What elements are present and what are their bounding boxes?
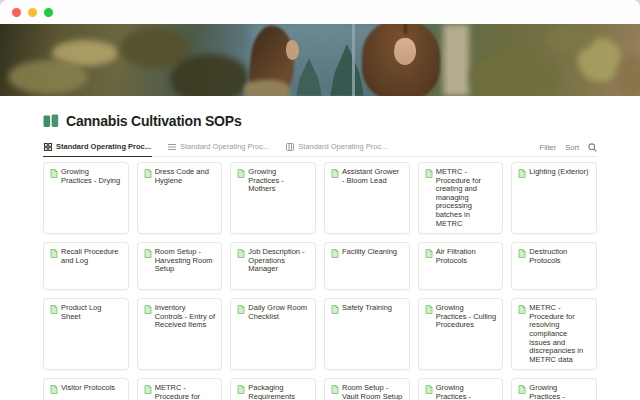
minimize-button[interactable] <box>28 8 37 17</box>
gallery-card[interactable]: Visitor Protocols <box>43 378 129 400</box>
green-page-icon <box>237 385 245 394</box>
card-title: Growing Practices - Handling <box>529 384 590 400</box>
card-title: Dress Code and Hygiene <box>155 168 216 185</box>
gallery-card[interactable]: Room Setup - Harvesting Room Setup <box>137 242 223 290</box>
green-page-icon <box>425 385 433 394</box>
search-icon[interactable] <box>588 143 597 152</box>
gallery-card[interactable]: Safety Training <box>324 298 410 370</box>
green-books-icon <box>43 114 59 128</box>
card-title: Product Log Sheet <box>61 304 122 321</box>
green-page-icon <box>50 385 58 394</box>
gallery-view-icon <box>44 143 52 151</box>
gallery-card[interactable]: Assistant Grower - Bloom Lead <box>324 162 410 234</box>
gallery-card[interactable]: Growing Practices - Culling Procedures <box>418 298 504 370</box>
gallery-card[interactable]: Product Log Sheet <box>43 298 129 370</box>
gallery-grid: Growing Practices - DryingDress Code and… <box>43 162 597 400</box>
sort-button[interactable]: Sort <box>565 143 579 152</box>
green-page-icon <box>331 385 339 394</box>
card-title: Job Description - Operations Manager <box>248 248 309 274</box>
green-page-icon <box>518 385 526 394</box>
cover-art-layer <box>244 80 290 96</box>
green-page-icon <box>237 169 245 178</box>
tab-label: Standard Operating Proc... <box>298 142 387 151</box>
card-title: Growing Practices - Drying <box>61 168 122 185</box>
green-page-icon <box>144 249 152 258</box>
tab-list-view[interactable]: Standard Operating Proc... <box>167 139 270 156</box>
gallery-card[interactable]: METRC - Procedure for creating and manag… <box>418 162 504 234</box>
gallery-card[interactable]: Growing Practices - Handling <box>511 378 597 400</box>
gallery-card[interactable]: Packaging Requirements <box>230 378 316 400</box>
filter-button[interactable]: Filter <box>540 143 557 152</box>
card-title: Safety Training <box>342 304 392 313</box>
gallery-card[interactable]: Inventory Controls - Entry of Received I… <box>137 298 223 370</box>
green-page-icon <box>331 305 339 314</box>
tab-label: Standard Operating Proc... <box>56 142 151 151</box>
cover-art-layer <box>470 52 560 96</box>
green-page-icon <box>425 305 433 314</box>
list-view-icon <box>168 143 176 151</box>
cover-art-layer <box>394 38 416 65</box>
green-page-icon <box>331 169 339 178</box>
gallery-card[interactable]: Room Setup - Vault Room Setup <box>324 378 410 400</box>
card-title: Room Setup - Harvesting Room Setup <box>155 248 216 274</box>
window-titlebar <box>0 0 640 24</box>
cover-art-layer <box>8 60 88 94</box>
card-title: METRC - Procedure for creating and manag… <box>436 168 497 228</box>
green-page-icon <box>425 169 433 178</box>
green-page-icon <box>237 305 245 314</box>
card-title: Growing Practices - Processing and Manuf… <box>436 384 497 400</box>
cover-art-layer <box>352 24 355 96</box>
gallery-card[interactable]: Destruction Protocols <box>511 242 597 290</box>
green-page-icon <box>144 305 152 314</box>
card-title: Daily Grow Room Checklist <box>248 304 309 321</box>
tab-gallery-view[interactable]: Standard Operating Proc... <box>43 139 152 157</box>
cover-art-layer <box>443 24 469 96</box>
table-view-icon <box>286 143 294 151</box>
cover-art-layer <box>616 54 640 96</box>
green-page-icon <box>50 249 58 258</box>
gallery-card[interactable]: Lighting (Exterior) <box>511 162 597 234</box>
cover-art-layer <box>545 26 595 52</box>
app-window: Cannabis Cultivation SOPs Standard Opera… <box>0 0 640 400</box>
card-title: Room Setup - Vault Room Setup <box>342 384 403 400</box>
green-page-icon <box>425 249 433 258</box>
card-title: METRC - Procedure for assigning harvest … <box>155 384 216 400</box>
gallery-card[interactable]: Daily Grow Room Checklist <box>230 298 316 370</box>
gallery-card[interactable]: Growing Practices - Processing and Manuf… <box>418 378 504 400</box>
gallery-card[interactable]: Recall Procedure and Log <box>43 242 129 290</box>
cover-art-layer <box>170 54 250 96</box>
gallery-card[interactable]: Job Description - Operations Manager <box>230 242 316 290</box>
gallery-card[interactable]: Facility Cleaning <box>324 242 410 290</box>
card-title: Lighting (Exterior) <box>529 168 588 177</box>
gallery-card[interactable]: Growing Practices - Mothers <box>230 162 316 234</box>
view-tab-bar: Standard Operating Proc... Standard Oper… <box>43 139 597 157</box>
card-title: Packaging Requirements <box>248 384 309 400</box>
green-page-icon <box>518 305 526 314</box>
card-title: METRC - Procedure for resolving complian… <box>529 304 590 364</box>
gallery-card[interactable]: METRC - Procedure for resolving complian… <box>511 298 597 370</box>
zoom-button[interactable] <box>44 8 53 17</box>
cover-art-layer <box>404 24 407 34</box>
tab-label: Standard Operating Proc... <box>180 142 269 151</box>
card-title: Assistant Grower - Bloom Lead <box>342 168 403 185</box>
card-title: Growing Practices - Culling Procedures <box>436 304 497 330</box>
green-page-icon <box>331 249 339 258</box>
card-title: Inventory Controls - Entry of Received I… <box>155 304 216 330</box>
cover-art-layer <box>286 40 299 60</box>
green-page-icon <box>518 249 526 258</box>
close-button[interactable] <box>12 8 21 17</box>
green-page-icon <box>50 169 58 178</box>
gallery-card[interactable]: METRC - Procedure for assigning harvest … <box>137 378 223 400</box>
card-title: Visitor Protocols <box>61 384 115 393</box>
card-title: Air Filtration Protocols <box>436 248 497 265</box>
tab-table-view[interactable]: Standard Operating Proc... <box>285 139 388 156</box>
cover-image <box>0 24 640 96</box>
card-title: Facility Cleaning <box>342 248 397 257</box>
green-page-icon <box>518 169 526 178</box>
gallery-card[interactable]: Dress Code and Hygiene <box>137 162 223 234</box>
green-page-icon <box>50 305 58 314</box>
card-title: Growing Practices - Mothers <box>248 168 309 194</box>
gallery-card[interactable]: Growing Practices - Drying <box>43 162 129 234</box>
card-title: Destruction Protocols <box>529 248 590 265</box>
gallery-card[interactable]: Air Filtration Protocols <box>418 242 504 290</box>
